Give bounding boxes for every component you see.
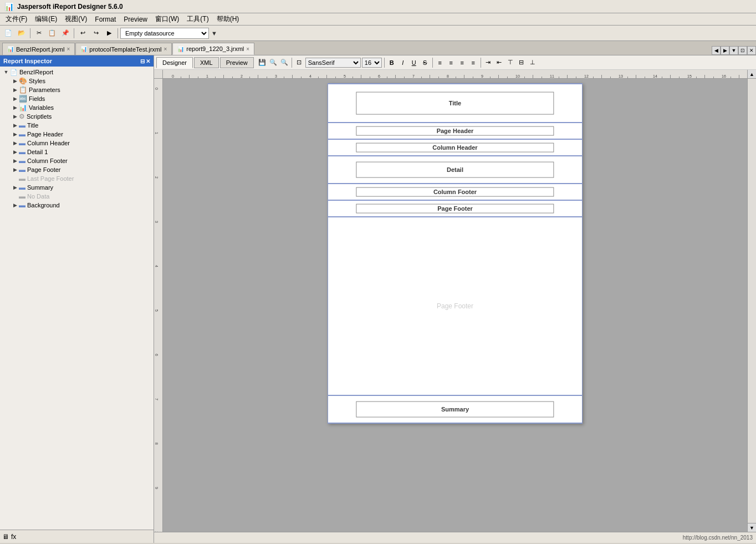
tree-item-scriptlets[interactable]: ▶⚙Scriptlets: [0, 112, 154, 121]
new-button[interactable]: 📄: [2, 27, 14, 39]
band-element-column-header[interactable]: Column Header: [356, 143, 554, 152]
tree-item-title[interactable]: ▶▬Title: [0, 121, 154, 130]
font-size-select[interactable]: 16: [362, 58, 382, 68]
tab-close-3[interactable]: ×: [246, 46, 249, 52]
band-summary[interactable]: Summary: [328, 396, 583, 423]
middle-align-btn[interactable]: ⊟: [517, 58, 527, 68]
tab-benzireport[interactable]: 📊 BenzIReport.jrxml ×: [2, 43, 75, 55]
tree-toggle-13[interactable]: ▶: [11, 185, 19, 190]
subtab-xml[interactable]: XML: [194, 57, 219, 68]
tree-item-background[interactable]: ▶▬Background: [0, 201, 154, 210]
tree-item-parameters[interactable]: ▶📋Parameters: [0, 85, 154, 94]
align-right-btn[interactable]: ≡: [457, 58, 467, 68]
italic-btn[interactable]: I: [398, 58, 408, 68]
band-page-footer[interactable]: Page Footer: [328, 201, 583, 216]
undo-button[interactable]: ↩: [76, 27, 89, 39]
subtab-designer[interactable]: Designer: [156, 57, 193, 68]
tree-item-no-data[interactable]: ▬No Data: [0, 192, 154, 201]
menu-view[interactable]: 视图(V): [62, 13, 90, 25]
bottom-align-btn[interactable]: ⊥: [528, 58, 538, 68]
strikethrough-btn[interactable]: S: [420, 58, 430, 68]
zoom-select-btn[interactable]: ⊡: [294, 58, 304, 68]
tab-protocol[interactable]: 📊 protocolTemplateTest.jrxml ×: [75, 43, 172, 55]
tree-toggle-6[interactable]: ▶: [11, 123, 19, 128]
run-button[interactable]: ▶: [103, 27, 115, 39]
tree-item-last-page-footer[interactable]: ▬Last Page Footer: [0, 174, 154, 183]
zoom-out-btn[interactable]: 🔍: [279, 58, 289, 68]
align-left-btn[interactable]: ≡: [435, 58, 445, 68]
tree-item-summary[interactable]: ▶▬Summary: [0, 183, 154, 192]
panel-minimize-btn[interactable]: ⊟: [140, 58, 145, 64]
right-scrollbar[interactable]: ▲ ▼: [747, 70, 756, 532]
zoom-in-btn[interactable]: 🔍: [268, 58, 278, 68]
tab-nav-right[interactable]: ▶: [721, 46, 729, 55]
band-element-title[interactable]: Title: [356, 92, 554, 115]
menu-format[interactable]: Format: [91, 14, 119, 24]
tab-report9[interactable]: 📊 report9_1220_3.jrxml ×: [172, 43, 254, 55]
tree-toggle-4[interactable]: ▶: [11, 105, 19, 110]
band-detail[interactable]: Detail: [328, 156, 583, 183]
subtab-preview[interactable]: Preview: [220, 57, 254, 68]
tree-toggle-7[interactable]: ▶: [11, 131, 19, 137]
tree-toggle-3[interactable]: ▶: [11, 96, 19, 101]
open-button[interactable]: 📂: [16, 27, 28, 39]
save-btn[interactable]: 💾: [257, 58, 267, 68]
tab-nav-close[interactable]: ✕: [747, 46, 756, 55]
band-column-header[interactable]: Column Header: [328, 140, 583, 155]
tree-toggle-8[interactable]: ▶: [11, 140, 19, 146]
tree-item-page-footer[interactable]: ▶▬Page Footer: [0, 165, 154, 174]
tree-toggle-5[interactable]: ▶: [11, 114, 19, 119]
outdent-btn[interactable]: ⇤: [494, 58, 504, 68]
tree-item-styles[interactable]: ▶🎨Styles: [0, 77, 154, 85]
band-title[interactable]: Title: [328, 84, 583, 122]
panel-close-btn[interactable]: ✕: [146, 58, 150, 64]
underline-btn[interactable]: U: [409, 58, 419, 68]
panel-script-btn[interactable]: fx: [11, 533, 16, 541]
align-center-btn[interactable]: ≡: [446, 58, 456, 68]
tab-close-1[interactable]: ×: [67, 46, 70, 52]
band-element-summary[interactable]: Summary: [356, 401, 554, 418]
band-page-footer-empty[interactable]: Page Footer: [328, 217, 583, 395]
tree-toggle-2[interactable]: ▶: [11, 87, 19, 93]
tab-nav-menu[interactable]: ▼: [729, 46, 738, 55]
canvas-scroll[interactable]: TitleTitlePage HeaderPage HeaderColumn H…: [163, 79, 747, 532]
tree-toggle-1[interactable]: ▶: [11, 78, 19, 84]
tab-close-2[interactable]: ×: [164, 46, 167, 52]
redo-button[interactable]: ↪: [90, 27, 102, 39]
datasource-select[interactable]: Empty datasource: [120, 28, 209, 39]
paste-button[interactable]: 📌: [59, 27, 71, 39]
menu-file[interactable]: 文件(F): [2, 13, 30, 25]
tree-toggle-10[interactable]: ▶: [11, 158, 19, 164]
tree-item-page-header[interactable]: ▶▬Page Header: [0, 130, 154, 139]
menu-window[interactable]: 窗口(W): [152, 13, 182, 25]
scroll-down-btn[interactable]: ▼: [748, 523, 756, 532]
tree-toggle-9[interactable]: ▶: [11, 149, 19, 155]
band-element-page-header[interactable]: Page Header: [356, 126, 554, 136]
tree-item-variables[interactable]: ▶📊Variables: [0, 103, 154, 112]
top-align-btn[interactable]: ⊤: [505, 58, 515, 68]
tree-item-column-footer[interactable]: ▶▬Column Footer: [0, 156, 154, 165]
copy-button[interactable]: 📋: [46, 27, 58, 39]
bold-btn[interactable]: B: [387, 58, 397, 68]
band-page-header[interactable]: Page Header: [328, 123, 583, 139]
scroll-up-btn[interactable]: ▲: [748, 70, 756, 79]
tab-nav-restore[interactable]: ⊡: [738, 46, 747, 55]
font-family-select[interactable]: SansSerif: [305, 58, 361, 68]
tree-item-fields[interactable]: ▶🔤Fields: [0, 94, 154, 103]
cut-button[interactable]: ✂: [33, 27, 45, 39]
indent-btn[interactable]: ⇥: [483, 58, 493, 68]
align-justify-btn[interactable]: ≡: [468, 58, 478, 68]
panel-add-btn[interactable]: 🖥: [2, 533, 9, 541]
tree-item-detail-1[interactable]: ▶▬Detail 1: [0, 148, 154, 156]
tree-item-benzireport[interactable]: ▼📄BenzIReport: [0, 68, 154, 77]
band-element-page-footer[interactable]: Page Footer: [356, 204, 554, 213]
band-column-footer[interactable]: Column Footer: [328, 184, 583, 200]
tree-toggle-15[interactable]: ▶: [11, 202, 19, 208]
tab-nav-left[interactable]: ◀: [712, 46, 721, 55]
tree-toggle-11[interactable]: ▶: [11, 167, 19, 172]
menu-help[interactable]: 帮助(H): [213, 13, 243, 25]
menu-tools[interactable]: 工具(T): [183, 13, 212, 25]
menu-edit[interactable]: 编辑(E): [32, 13, 60, 25]
band-element-detail[interactable]: Detail: [356, 162, 554, 178]
tree-toggle-0[interactable]: ▼: [2, 69, 10, 75]
